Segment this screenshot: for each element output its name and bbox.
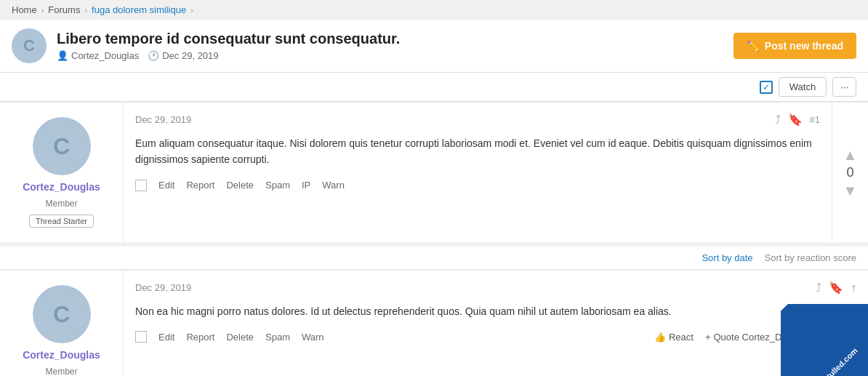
- watch-checkbox[interactable]: ✓: [760, 81, 773, 94]
- clock-icon: 🕐: [148, 50, 159, 61]
- thread-header: C Libero tempore id consequatur sunt con…: [0, 20, 868, 73]
- quote-button[interactable]: + Quote Cortez_Douglas: [705, 332, 810, 343]
- warn-button-1[interactable]: Warn: [322, 180, 345, 191]
- thread-header-left: C Libero tempore id consequatur sunt con…: [12, 28, 400, 63]
- thread-date: Dec 29, 2019: [162, 50, 218, 61]
- pin-icon-2[interactable]: ↑: [851, 281, 856, 295]
- posts-container: C Cortez_Douglas Member Thread Starter D…: [0, 102, 868, 376]
- post-footer-2: Edit Report Delete Spam Warn 👍 React + Q…: [135, 331, 856, 343]
- reply-button[interactable]: ↩ Reply: [821, 332, 856, 343]
- watch-button[interactable]: Watch: [779, 77, 827, 97]
- quote-label: Quote Cortez_Douglas: [714, 332, 810, 343]
- vote-count-1: 0: [846, 162, 853, 183]
- breadcrumb-sep1: ›: [41, 6, 44, 15]
- thread-author-avatar: C: [12, 28, 47, 63]
- breadcrumb-home[interactable]: Home: [12, 4, 37, 15]
- sort-by-date[interactable]: Sort by date: [702, 252, 752, 263]
- post-header-1: Dec 29, 2019 ⤴ 🔖 #1: [135, 113, 820, 127]
- reply-icon: ↩: [821, 332, 829, 343]
- thread-title: Libero tempore id consequatur sunt conse…: [57, 31, 400, 47]
- thread-meta: 👤 Cortez_Douglas 🕐 Dec 29, 2019: [57, 50, 400, 61]
- post-actions-top-1: ⤴ 🔖 #1: [775, 113, 820, 127]
- post-checkbox-2[interactable]: [135, 331, 147, 343]
- post-role-2: Member: [45, 367, 77, 376]
- ip-button-1[interactable]: IP: [302, 180, 310, 191]
- bookmark-icon[interactable]: 🔖: [788, 113, 803, 127]
- delete-button-1[interactable]: Delete: [226, 180, 254, 191]
- post-date-2: Dec 29, 2019: [135, 282, 191, 293]
- avatar: C: [33, 285, 91, 343]
- vote-up-button-1[interactable]: ▲: [843, 148, 858, 162]
- vote-column-1: ▲ 0 ▼: [832, 103, 868, 242]
- share-icon[interactable]: ⤴: [775, 113, 781, 127]
- report-button-1[interactable]: Report: [186, 180, 214, 191]
- edit-icon: ✏️: [747, 40, 759, 52]
- breadcrumb-current: fuga dolorem similique: [92, 4, 186, 15]
- avatar: C: [33, 117, 91, 175]
- edit-button-2[interactable]: Edit: [158, 332, 174, 343]
- react-label: React: [669, 332, 694, 343]
- post-new-thread-button[interactable]: ✏️ Post new thread: [734, 33, 856, 59]
- post-header-2: Dec 29, 2019 ⤴ 🔖 ↑: [135, 281, 856, 295]
- table-row: C Cortez_Douglas Member Thread Starter D…: [0, 102, 868, 242]
- watch-bar: ✓ Watch ···: [0, 73, 868, 102]
- post-body-2: Non ea hic magni porro natus dolores. Id…: [135, 303, 856, 319]
- sort-bar: Sort by date Sort by reaction score: [0, 247, 868, 270]
- delete-button-2[interactable]: Delete: [226, 332, 254, 343]
- post-content-1: Dec 29, 2019 ⤴ 🔖 #1 Eum aliquam consequa…: [124, 103, 832, 242]
- vote-down-button-1[interactable]: ▼: [843, 183, 858, 198]
- post-new-thread-label: Post new thread: [765, 40, 843, 52]
- post-sidebar-1: C Cortez_Douglas Member Thread Starter: [0, 103, 124, 242]
- post-username-2[interactable]: Cortez_Douglas: [23, 349, 100, 361]
- thumbs-up-icon: 👍: [654, 332, 666, 343]
- sort-by-reaction[interactable]: Sort by reaction score: [765, 252, 856, 263]
- watch-label: Watch: [789, 81, 816, 92]
- thread-info: Libero tempore id consequatur sunt conse…: [57, 31, 400, 61]
- more-label: ···: [840, 81, 848, 92]
- thread-starter-badge: Thread Starter: [29, 215, 94, 228]
- post-sidebar-2: C Cortez_Douglas Member: [0, 271, 124, 376]
- breadcrumb-sep2: ›: [84, 6, 87, 15]
- post-number-1: #1: [810, 114, 820, 125]
- table-row: C Cortez_Douglas Member Dec 29, 2019 ⤴ 🔖…: [0, 270, 868, 376]
- post-content-2: Dec 29, 2019 ⤴ 🔖 ↑ Non ea hic magni porr…: [124, 271, 868, 376]
- user-icon: 👤: [57, 50, 68, 61]
- plus-icon: +: [705, 332, 711, 343]
- post-footer-1: Edit Report Delete Spam IP Warn: [135, 180, 820, 191]
- post-date-1: Dec 29, 2019: [135, 114, 191, 125]
- share-icon-2[interactable]: ⤴: [816, 281, 821, 295]
- spam-button-2[interactable]: Spam: [265, 332, 290, 343]
- breadcrumb-sep3: ›: [190, 6, 193, 15]
- post-checkbox-1[interactable]: [135, 180, 147, 191]
- thread-meta-date: 🕐 Dec 29, 2019: [148, 50, 218, 61]
- thread-author[interactable]: Cortez_Douglas: [71, 50, 139, 61]
- spam-button-1[interactable]: Spam: [265, 180, 290, 191]
- post-role-1: Member: [45, 199, 77, 209]
- more-button[interactable]: ···: [832, 77, 856, 97]
- post-username-1[interactable]: Cortez_Douglas: [23, 181, 100, 193]
- post-actions-top-2: ⤴ 🔖 ↑: [816, 281, 856, 295]
- edit-button-1[interactable]: Edit: [158, 180, 174, 191]
- react-button[interactable]: 👍 React: [654, 332, 694, 343]
- breadcrumb: Home › Forums › fuga dolorem similique ›: [0, 0, 868, 20]
- thread-meta-author: 👤 Cortez_Douglas: [57, 50, 139, 61]
- warn-button-2[interactable]: Warn: [302, 332, 324, 343]
- report-button-2[interactable]: Report: [186, 332, 214, 343]
- post-body-1: Eum aliquam consequatur itaque. Nisi dol…: [135, 135, 820, 168]
- reply-label: Reply: [832, 332, 856, 343]
- breadcrumb-forums[interactable]: Forums: [48, 4, 80, 15]
- bookmark-icon-2[interactable]: 🔖: [829, 281, 843, 295]
